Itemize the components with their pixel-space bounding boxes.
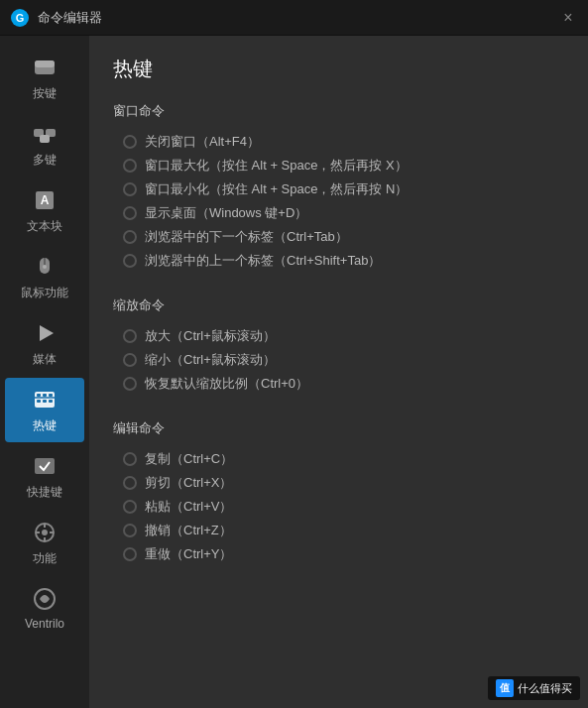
list-item[interactable]: 缩小（Ctrl+鼠标滚动） (113, 348, 564, 372)
svg-rect-17 (49, 400, 53, 403)
svg-point-11 (43, 265, 47, 269)
section-edit-title: 编辑命令 (113, 419, 564, 437)
hotkey-label: 浏览器中的上一个标签（Ctrl+Shift+Tab） (145, 252, 381, 270)
sidebar-item-multi-label: 多键 (33, 152, 57, 169)
hotkey-label: 显示桌面（Windows 键+D） (145, 204, 307, 222)
list-item[interactable]: 撤销（Ctrl+Z） (113, 519, 564, 542)
list-item[interactable]: 关闭窗口（Alt+F4） (113, 130, 564, 154)
section-zoom: 缩放命令 放大（Ctrl+鼠标滚动） 缩小（Ctrl+鼠标滚动） 恢复默认缩放比… (113, 296, 564, 396)
sidebar-item-multi[interactable]: 多键 (5, 112, 84, 177)
hotkey-label: 窗口最小化（按住 Alt + Space，然后再按 N） (145, 180, 408, 198)
list-item[interactable]: 窗口最大化（按住 Alt + Space，然后再按 X） (113, 154, 564, 177)
sidebar-item-hotkeys[interactable]: 热键 (5, 378, 84, 442)
hotkey-label: 撤销（Ctrl+Z） (145, 522, 232, 539)
sidebar-item-ventrilo-label: Ventrilo (25, 617, 64, 631)
sidebar-item-function[interactable]: 功能 (5, 511, 84, 575)
shortcut-icon (31, 452, 59, 480)
sidebar-item-ventrilo[interactable]: Ventrilo (5, 577, 84, 639)
svg-point-23 (42, 530, 48, 535)
radio-button[interactable] (123, 135, 137, 149)
svg-rect-6 (40, 135, 50, 143)
hotkey-label: 放大（Ctrl+鼠标滚动） (145, 327, 276, 345)
hotkey-label: 粘贴（Ctrl+V） (145, 498, 232, 516)
radio-button[interactable] (123, 452, 137, 466)
list-item[interactable]: 粘贴（Ctrl+V） (113, 495, 564, 519)
svg-rect-3 (35, 60, 55, 67)
media-icon (31, 319, 59, 347)
sidebar-item-function-label: 功能 (33, 550, 57, 567)
list-item[interactable]: 浏览器中的下一个标签（Ctrl+Tab） (113, 225, 564, 249)
list-item[interactable]: 复制（Ctrl+C） (113, 447, 564, 471)
multi-icon (31, 120, 59, 148)
watermark-text: 什么值得买 (518, 681, 572, 696)
list-item[interactable]: 剪切（Ctrl+X） (113, 471, 564, 495)
list-item[interactable]: 重做（Ctrl+Y） (113, 542, 564, 566)
sidebar-item-media-label: 媒体 (33, 351, 57, 368)
sidebar-item-shortcuts[interactable]: 快捷键 (5, 444, 84, 509)
radio-button[interactable] (123, 547, 137, 561)
radio-button[interactable] (123, 230, 137, 244)
title-bar: G 命令编辑器 × (0, 0, 588, 36)
sidebar-item-textblock[interactable]: A 文本块 (5, 178, 84, 243)
title-text: 命令编辑器 (38, 9, 102, 27)
radio-button[interactable] (123, 182, 137, 196)
mouse-icon (31, 253, 59, 281)
section-edit: 编辑命令 复制（Ctrl+C） 剪切（Ctrl+X） 粘贴（Ctrl+V） 撤销… (113, 419, 564, 566)
radio-button[interactable] (123, 500, 137, 514)
hotkey-label: 复制（Ctrl+C） (145, 450, 233, 468)
radio-button[interactable] (123, 254, 137, 268)
hotkey-label: 恢复默认缩放比例（Ctrl+0） (145, 375, 308, 393)
sidebar-item-mouse-label: 鼠标功能 (21, 285, 68, 301)
radio-button[interactable] (123, 476, 137, 490)
svg-rect-21 (35, 458, 55, 474)
hotkey-label: 窗口最大化（按住 Alt + Space，然后再按 X） (145, 157, 408, 175)
hotkey-label: 重做（Ctrl+Y） (145, 545, 232, 563)
close-button[interactable]: × (558, 8, 578, 28)
app-logo: G (10, 8, 30, 28)
sidebar-item-button-label: 按键 (33, 85, 57, 102)
sidebar: 按键 多键 A 文本块 (0, 36, 89, 708)
watermark: 值 什么值得买 (488, 676, 580, 700)
svg-rect-15 (37, 400, 41, 403)
ventrilo-icon (31, 585, 59, 613)
sidebar-item-mouse[interactable]: 鼠标功能 (5, 245, 84, 309)
radio-button[interactable] (123, 159, 137, 173)
list-item[interactable]: 窗口最小化（按住 Alt + Space，然后再按 N） (113, 177, 564, 201)
sidebar-item-media[interactable]: 媒体 (5, 311, 84, 376)
svg-rect-16 (43, 400, 47, 403)
sidebar-item-textblock-label: 文本块 (27, 218, 62, 235)
hotkey-label: 缩小（Ctrl+鼠标滚动） (145, 351, 276, 369)
svg-text:G: G (16, 12, 25, 24)
radio-button[interactable] (123, 524, 137, 537)
radio-button[interactable] (123, 377, 137, 391)
svg-rect-18 (37, 394, 41, 397)
watermark-icon: 值 (496, 679, 514, 697)
button-icon (31, 54, 59, 81)
list-item[interactable]: 显示桌面（Windows 键+D） (113, 201, 564, 225)
sidebar-item-hotkeys-label: 热键 (33, 417, 57, 434)
text-icon: A (31, 186, 59, 214)
svg-text:A: A (41, 193, 50, 207)
radio-button[interactable] (123, 206, 137, 220)
section-window-title: 窗口命令 (113, 102, 564, 120)
content-area: 热键 窗口命令 关闭窗口（Alt+F4） 窗口最大化（按住 Alt + Spac… (89, 36, 588, 708)
svg-marker-12 (40, 325, 54, 341)
svg-rect-20 (49, 394, 53, 397)
main-container: 按键 多键 A 文本块 (0, 36, 588, 708)
title-bar-left: G 命令编辑器 (10, 8, 102, 28)
list-item[interactable]: 恢复默认缩放比例（Ctrl+0） (113, 372, 564, 396)
hotkey-label: 浏览器中的下一个标签（Ctrl+Tab） (145, 228, 348, 246)
page-title: 热键 (113, 56, 564, 82)
radio-button[interactable] (123, 353, 137, 367)
svg-rect-19 (43, 394, 47, 397)
hotkey-icon (31, 386, 59, 413)
list-item[interactable]: 放大（Ctrl+鼠标滚动） (113, 324, 564, 348)
sidebar-item-shortcuts-label: 快捷键 (27, 484, 62, 501)
section-window: 窗口命令 关闭窗口（Alt+F4） 窗口最大化（按住 Alt + Space，然… (113, 102, 564, 273)
radio-button[interactable] (123, 329, 137, 343)
section-zoom-title: 缩放命令 (113, 296, 564, 314)
sidebar-item-button[interactable]: 按键 (5, 46, 84, 110)
function-icon (31, 519, 59, 546)
hotkey-label: 关闭窗口（Alt+F4） (145, 133, 260, 151)
list-item[interactable]: 浏览器中的上一个标签（Ctrl+Shift+Tab） (113, 249, 564, 273)
